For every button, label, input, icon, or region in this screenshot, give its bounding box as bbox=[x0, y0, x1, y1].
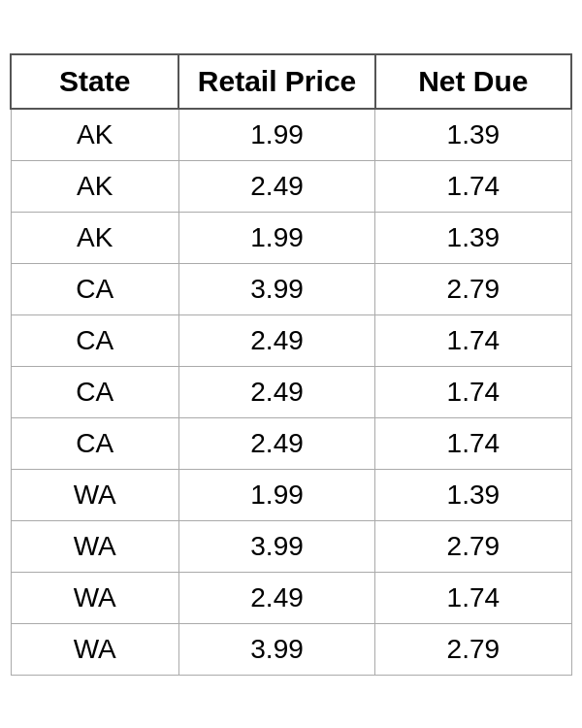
cell-retail-price: 2.49 bbox=[178, 366, 374, 417]
table-row: WA3.992.79 bbox=[11, 520, 571, 572]
cell-state: CA bbox=[11, 366, 178, 417]
cell-state: WA bbox=[11, 520, 178, 572]
cell-retail-price: 2.49 bbox=[178, 160, 374, 212]
cell-retail-price: 2.49 bbox=[178, 572, 374, 623]
header-row: State Retail Price Net Due bbox=[11, 54, 571, 109]
cell-state: AK bbox=[11, 109, 178, 161]
cell-net-due: 2.79 bbox=[375, 520, 571, 572]
cell-net-due: 2.79 bbox=[375, 263, 571, 314]
cell-retail-price: 2.49 bbox=[178, 314, 374, 366]
cell-retail-price: 3.99 bbox=[178, 263, 374, 314]
cell-net-due: 1.74 bbox=[375, 417, 571, 469]
cell-net-due: 1.39 bbox=[375, 469, 571, 520]
cell-state: CA bbox=[11, 263, 178, 314]
col-header-net-due: Net Due bbox=[375, 54, 571, 109]
cell-net-due: 1.74 bbox=[375, 314, 571, 366]
cell-state: CA bbox=[11, 314, 178, 366]
table-row: AK1.991.39 bbox=[11, 109, 571, 161]
cell-state: WA bbox=[11, 623, 178, 675]
table-container: State Retail Price Net Due AK1.991.39AK2… bbox=[10, 53, 572, 676]
cell-retail-price: 1.99 bbox=[178, 212, 374, 263]
table-row: AK2.491.74 bbox=[11, 160, 571, 212]
cell-net-due: 1.74 bbox=[375, 160, 571, 212]
cell-retail-price: 3.99 bbox=[178, 520, 374, 572]
cell-retail-price: 2.49 bbox=[178, 417, 374, 469]
cell-net-due: 1.74 bbox=[375, 572, 571, 623]
table-row: WA2.491.74 bbox=[11, 572, 571, 623]
cell-retail-price: 1.99 bbox=[178, 109, 374, 161]
col-header-retail-price: Retail Price bbox=[178, 54, 374, 109]
cell-net-due: 1.39 bbox=[375, 212, 571, 263]
cell-state: AK bbox=[11, 160, 178, 212]
table-row: CA2.491.74 bbox=[11, 417, 571, 469]
data-table: State Retail Price Net Due AK1.991.39AK2… bbox=[10, 53, 572, 676]
table-row: WA1.991.39 bbox=[11, 469, 571, 520]
cell-state: CA bbox=[11, 417, 178, 469]
cell-state: AK bbox=[11, 212, 178, 263]
cell-state: WA bbox=[11, 572, 178, 623]
table-row: CA2.491.74 bbox=[11, 314, 571, 366]
cell-retail-price: 3.99 bbox=[178, 623, 374, 675]
table-row: WA3.992.79 bbox=[11, 623, 571, 675]
cell-net-due: 2.79 bbox=[375, 623, 571, 675]
cell-retail-price: 1.99 bbox=[178, 469, 374, 520]
cell-net-due: 1.74 bbox=[375, 366, 571, 417]
cell-state: WA bbox=[11, 469, 178, 520]
col-header-state: State bbox=[11, 54, 178, 109]
table-row: CA3.992.79 bbox=[11, 263, 571, 314]
cell-net-due: 1.39 bbox=[375, 109, 571, 161]
table-row: AK1.991.39 bbox=[11, 212, 571, 263]
table-row: CA2.491.74 bbox=[11, 366, 571, 417]
